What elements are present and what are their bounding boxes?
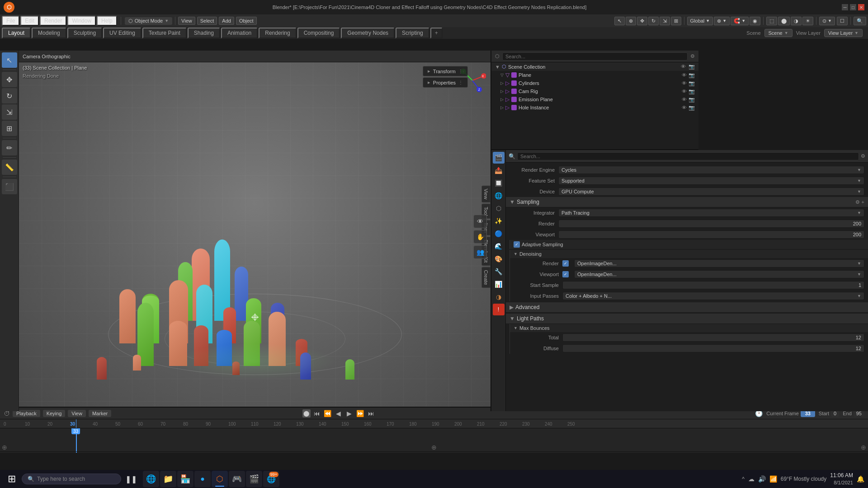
- viewport-denoise-dropdown[interactable]: OpenImageDen... ▼: [574, 270, 864, 278]
- properties-search-input[interactable]: [517, 152, 859, 160]
- prop-output-icon[interactable]: 📤: [493, 164, 505, 176]
- outliner-filter[interactable]: ⚙: [690, 53, 695, 59]
- cylinders-render-vis[interactable]: 📷: [689, 80, 695, 86]
- taskbar-ae-icon[interactable]: 🎬: [246, 471, 262, 487]
- xray-btn[interactable]: ☐: [837, 17, 848, 25]
- taskbar-steam-icon[interactable]: 🎮: [229, 471, 245, 487]
- toolbar-icon-cursor[interactable]: ⊕: [626, 17, 636, 25]
- overlay-btn[interactable]: ⊙ ▼: [819, 17, 835, 25]
- play-reverse-btn[interactable]: ◀: [334, 409, 343, 418]
- max-bounces-header[interactable]: ▼ Max Bounces: [510, 324, 868, 332]
- menu-window[interactable]: Window: [67, 16, 96, 26]
- input-passes-dropdown[interactable]: Color + Albedo + N... ▼: [562, 292, 864, 300]
- toolbar-icon-transform[interactable]: ⊞: [671, 17, 681, 25]
- tab-sculpting[interactable]: Sculpting: [67, 28, 102, 38]
- tray-cloud-icon[interactable]: ☁: [748, 475, 755, 483]
- tool-scale[interactable]: ⇲: [2, 104, 17, 120]
- engine-dropdown[interactable]: Cycles ▼: [558, 166, 864, 174]
- tool-measure[interactable]: 📏: [2, 160, 17, 175]
- tab-compositing[interactable]: Compositing: [297, 28, 340, 38]
- viewport-canvas[interactable]: X Y Z 👁 ✋ 👥 ▸: [19, 62, 491, 411]
- tab-texture-paint[interactable]: Texture Paint: [142, 28, 187, 38]
- tab-scripting[interactable]: Scripting: [396, 28, 429, 38]
- tab-layout[interactable]: Layout: [2, 28, 31, 38]
- timeline-keying-btn[interactable]: Keying: [43, 410, 66, 417]
- camrig-vis[interactable]: 👁: [682, 89, 687, 94]
- start-sample-input[interactable]: 1: [562, 281, 864, 289]
- taskbar-browser2-icon[interactable]: ●: [194, 471, 211, 487]
- emission-vis[interactable]: 👁: [682, 97, 687, 103]
- tool-annotate[interactable]: ✏: [2, 140, 17, 155]
- add-workspace-btn[interactable]: +: [430, 28, 443, 38]
- tray-network-icon[interactable]: 📶: [769, 475, 777, 483]
- advanced-header[interactable]: ▶ Advanced: [506, 302, 868, 313]
- vp-object-btn[interactable]: Object: [236, 17, 257, 25]
- global-transform-btn[interactable]: Global ▼: [687, 17, 713, 25]
- prop-render-icon[interactable]: 🎬: [493, 152, 505, 164]
- outliner-item-plane[interactable]: ▽ ▽ Plane 👁 📷: [491, 71, 698, 79]
- menu-edit[interactable]: Edit: [20, 16, 39, 26]
- record-btn[interactable]: ⬤: [302, 409, 311, 418]
- tab-rendering[interactable]: Rendering: [259, 28, 296, 38]
- scene-selector[interactable]: Scene ▼: [764, 29, 793, 37]
- adaptive-sampling-header[interactable]: ✓ Adaptive Sampling: [510, 240, 868, 249]
- total-bounces-input[interactable]: 12: [562, 333, 864, 342]
- plane-render-vis[interactable]: 📷: [689, 72, 695, 78]
- emission-render-vis[interactable]: 📷: [689, 97, 695, 103]
- tool-move[interactable]: ✥: [2, 72, 17, 87]
- feature-dropdown[interactable]: Supported ▼: [558, 177, 864, 185]
- cylinders-vis[interactable]: 👁: [682, 80, 687, 86]
- vp-select-btn[interactable]: Select: [197, 17, 217, 25]
- prop-material-icon[interactable]: ◑: [493, 291, 505, 303]
- tray-arrow[interactable]: ^: [742, 476, 745, 482]
- 3d-viewport[interactable]: Camera Orthographic (33) Scene Collectio…: [19, 51, 491, 411]
- pivot-btn[interactable]: ⊕ ▼: [714, 17, 730, 25]
- maximize-button[interactable]: □: [850, 4, 856, 10]
- prop-physics-icon[interactable]: 🎨: [493, 253, 505, 265]
- material-btn[interactable]: ◑: [791, 17, 802, 25]
- denoising-header[interactable]: ▼ Denoising: [510, 250, 868, 258]
- tool-add-cube[interactable]: ⬛: [2, 179, 17, 194]
- prop-data-icon[interactable]: 📊: [493, 278, 505, 290]
- wireframe-btn[interactable]: ⬚: [766, 17, 777, 25]
- timeline-scrubber[interactable]: 33 ⊕ ⊕ ⊕: [0, 428, 868, 453]
- start-button[interactable]: ⊞: [4, 471, 20, 487]
- tool-cursor[interactable]: ↖: [2, 52, 17, 68]
- timeline-add-marker[interactable]: ⊕: [2, 444, 7, 451]
- hole-vis[interactable]: 👁: [682, 105, 687, 111]
- step-back-btn[interactable]: ⏪: [323, 409, 332, 418]
- filter-icon[interactable]: ⚙: [861, 153, 865, 159]
- toolbar-icon-move[interactable]: ✥: [637, 17, 647, 25]
- solid-btn[interactable]: ⬤: [778, 17, 790, 25]
- outliner-item-emission-plane[interactable]: ▷ ▷ Emission Plane 👁 📷: [491, 95, 698, 103]
- prop-scene-icon[interactable]: 🌐: [493, 190, 505, 202]
- taskbar-store-icon[interactable]: 🏪: [177, 471, 193, 487]
- sampling-preset-icon[interactable]: ⚙: [855, 199, 860, 205]
- diffuse-bounces-input[interactable]: 12: [562, 344, 864, 352]
- prop-view-layer-icon[interactable]: 🔲: [493, 177, 505, 189]
- tab-uv-editing[interactable]: UV Editing: [103, 28, 142, 38]
- sampling-header[interactable]: ▼ Sampling ⚙ +: [506, 197, 868, 207]
- transform-panel-btn[interactable]: ▸ Transform ⋮: [423, 66, 468, 76]
- jump-start-btn[interactable]: ⏮: [312, 409, 321, 418]
- tool-transform[interactable]: ⊞: [2, 121, 17, 136]
- toolbar-icon-select[interactable]: ↖: [614, 17, 625, 25]
- close-button[interactable]: ✕: [858, 4, 864, 10]
- taskbar-explorer-icon[interactable]: 📁: [160, 471, 176, 487]
- timeline-center-icon[interactable]: ⊕: [431, 444, 437, 451]
- toolbar-icon-scale[interactable]: ⇲: [660, 17, 670, 25]
- outliner-item-cylinders[interactable]: ▷ ▷ Cylinders 👁 📷: [491, 79, 698, 87]
- menu-help[interactable]: Help: [97, 16, 117, 26]
- outliner-item-hole-instance[interactable]: ▷ ▷ Hole Instance 👁 📷: [491, 103, 698, 112]
- menu-render[interactable]: Render: [40, 16, 66, 26]
- viewlayer-selector[interactable]: View Layer ▼: [824, 29, 863, 37]
- tool-rotate[interactable]: ↻: [2, 88, 17, 103]
- prop-error-icon[interactable]: !: [493, 304, 505, 315]
- device-dropdown[interactable]: GPU Compute ▼: [558, 188, 864, 196]
- tray-volume-icon[interactable]: 🔊: [758, 475, 766, 483]
- hole-render-vis[interactable]: 📷: [689, 105, 695, 111]
- system-clock[interactable]: 11:06 AM 8/1/2021: [830, 472, 853, 486]
- tab-modeling[interactable]: Modeling: [32, 28, 66, 38]
- properties-panel-btn[interactable]: ▸ Properties ⋮: [423, 77, 468, 88]
- notification-center-btn[interactable]: 🔔: [857, 475, 864, 483]
